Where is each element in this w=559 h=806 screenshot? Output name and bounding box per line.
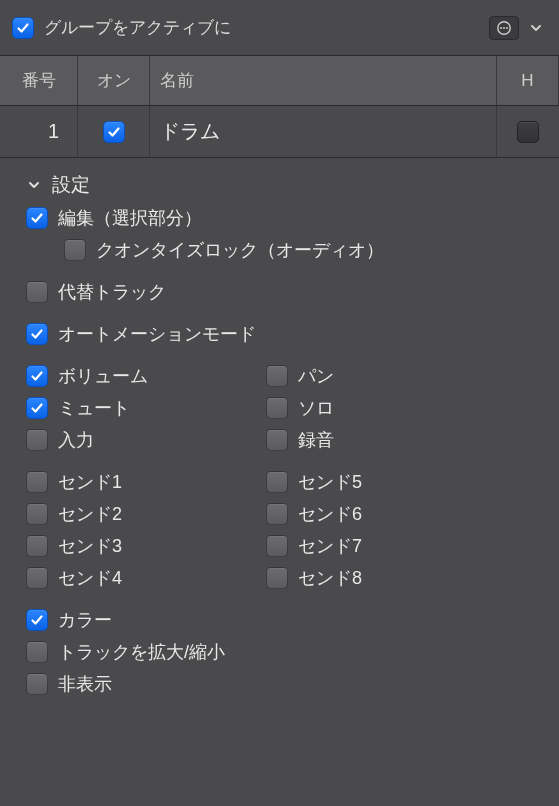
record-label: 録音 xyxy=(298,428,334,452)
send6-label: センド6 xyxy=(298,502,362,526)
send8-checkbox[interactable] xyxy=(266,567,288,589)
pan-label: パン xyxy=(298,364,334,388)
row-h-checkbox[interactable] xyxy=(517,121,539,143)
row-on-checkbox[interactable] xyxy=(103,121,125,143)
send2-label: センド2 xyxy=(58,502,122,526)
edit-selection-label: 編集（選択部分） xyxy=(58,206,202,230)
input-label: 入力 xyxy=(58,428,94,452)
input-checkbox[interactable] xyxy=(26,429,48,451)
color-checkbox[interactable] xyxy=(26,609,48,631)
column-header-number[interactable]: 番号 xyxy=(0,56,78,105)
send8-label: センド8 xyxy=(298,566,362,590)
quantize-lock-checkbox[interactable] xyxy=(64,239,86,261)
alt-track-checkbox[interactable] xyxy=(26,281,48,303)
volume-checkbox[interactable] xyxy=(26,365,48,387)
send7-checkbox[interactable] xyxy=(266,535,288,557)
settings-section-header[interactable]: 設定 xyxy=(26,168,541,202)
solo-checkbox[interactable] xyxy=(266,397,288,419)
color-label: カラー xyxy=(58,608,112,632)
edit-selection-checkbox[interactable] xyxy=(26,207,48,229)
activate-group-label: グループをアクティブに xyxy=(44,16,231,39)
column-header-name[interactable]: 名前 xyxy=(150,56,497,105)
more-icon xyxy=(496,20,512,36)
hide-label: 非表示 xyxy=(58,672,112,696)
track-zoom-checkbox[interactable] xyxy=(26,641,48,663)
quantize-lock-label: クオンタイズロック（オーディオ） xyxy=(96,238,384,262)
send1-checkbox[interactable] xyxy=(26,471,48,493)
record-checkbox[interactable] xyxy=(266,429,288,451)
send1-label: センド1 xyxy=(58,470,122,494)
chevron-down-icon xyxy=(529,21,543,35)
send7-label: センド7 xyxy=(298,534,362,558)
send6-checkbox[interactable] xyxy=(266,503,288,525)
send4-checkbox[interactable] xyxy=(26,567,48,589)
svg-point-3 xyxy=(506,27,508,29)
send2-checkbox[interactable] xyxy=(26,503,48,525)
send5-label: センド5 xyxy=(298,470,362,494)
activate-group-checkbox[interactable] xyxy=(12,17,34,39)
settings-section-label: 設定 xyxy=(52,172,90,198)
svg-point-2 xyxy=(503,27,505,29)
row-number: 1 xyxy=(0,106,78,157)
row-name[interactable]: ドラム xyxy=(150,106,497,157)
group-table-header: 番号 オン 名前 H xyxy=(0,56,559,106)
solo-label: ソロ xyxy=(298,396,334,420)
chevron-down-icon xyxy=(27,178,41,192)
settings-panel: 設定 編集（選択部分） クオンタイズロック（オーディオ） 代替トラック オートメ… xyxy=(0,158,559,720)
dropdown-button[interactable] xyxy=(525,16,547,40)
pan-checkbox[interactable] xyxy=(266,365,288,387)
alt-track-label: 代替トラック xyxy=(58,280,166,304)
volume-label: ボリューム xyxy=(58,364,148,388)
send5-checkbox[interactable] xyxy=(266,471,288,493)
table-row[interactable]: 1 ドラム xyxy=(0,106,559,158)
send4-label: センド4 xyxy=(58,566,122,590)
disclosure-triangle[interactable] xyxy=(26,177,42,193)
send3-checkbox[interactable] xyxy=(26,535,48,557)
hide-checkbox[interactable] xyxy=(26,673,48,695)
top-bar: グループをアクティブに xyxy=(0,0,559,56)
more-menu-button[interactable] xyxy=(489,16,519,40)
column-header-h[interactable]: H xyxy=(497,56,559,105)
mute-checkbox[interactable] xyxy=(26,397,48,419)
track-zoom-label: トラックを拡大/縮小 xyxy=(58,640,225,664)
column-header-on[interactable]: オン xyxy=(78,56,150,105)
automation-mode-label: オートメーションモード xyxy=(58,322,256,346)
automation-mode-checkbox[interactable] xyxy=(26,323,48,345)
mute-label: ミュート xyxy=(58,396,130,420)
send3-label: センド3 xyxy=(58,534,122,558)
svg-point-1 xyxy=(500,27,502,29)
